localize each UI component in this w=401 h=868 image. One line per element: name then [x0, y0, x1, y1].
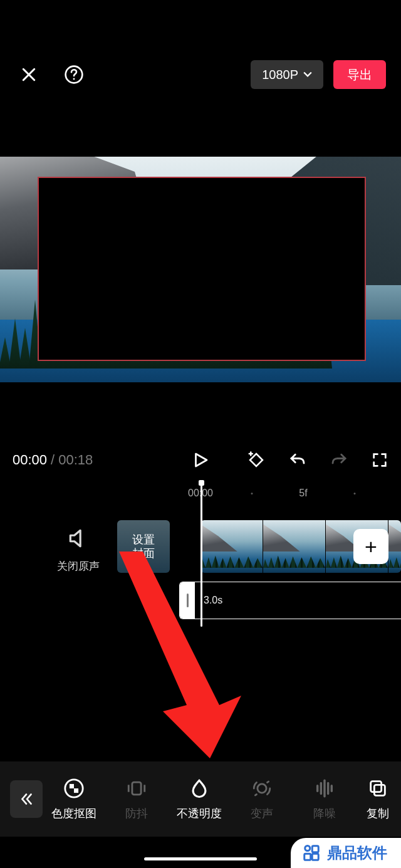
header-left	[15, 61, 88, 88]
tool-label: 防抖	[125, 806, 148, 821]
noise-reduction-icon	[314, 778, 335, 799]
close-icon	[19, 65, 38, 84]
watermark-text: 鼎品软件	[327, 843, 387, 863]
collapse-toolbar-button[interactable]	[10, 780, 43, 818]
svg-point-3	[73, 78, 75, 80]
time-display: 00:00 / 00:18	[13, 452, 93, 468]
top-header: 1080P 导出	[0, 60, 401, 90]
clip-thumbnail	[263, 520, 326, 573]
svg-rect-9	[74, 788, 78, 793]
fullscreen-icon	[371, 451, 388, 469]
resolution-label: 1080P	[262, 68, 298, 82]
mute-audio-button[interactable]: 关闭原声	[50, 526, 107, 573]
copy-icon	[367, 778, 388, 799]
svg-rect-24	[312, 854, 318, 860]
bottom-toolbar: 色度抠图 防抖 不透明度 变声 降噪 复制	[0, 761, 401, 837]
redo-icon	[330, 451, 348, 469]
playback-bar: 00:00 / 00:18	[0, 446, 401, 474]
svg-rect-20	[374, 785, 385, 795]
tool-label: 复制	[367, 806, 389, 821]
redo-button[interactable]	[330, 451, 348, 469]
svg-rect-23	[305, 854, 311, 860]
header-right: 1080P 导出	[251, 60, 386, 89]
tool-voice-change[interactable]: 变声	[231, 777, 293, 821]
tool-chroma-key[interactable]: 色度抠图	[43, 777, 105, 821]
play-icon	[191, 449, 210, 471]
tool-label: 不透明度	[177, 806, 222, 821]
watermark-logo-icon	[302, 844, 321, 862]
svg-rect-10	[132, 782, 141, 795]
keyframe-button[interactable]	[247, 451, 266, 469]
playback-controls-right	[247, 451, 388, 469]
time-separator: /	[51, 452, 55, 468]
current-time: 00:00	[13, 452, 47, 468]
tool-stabilize[interactable]: 防抖	[105, 777, 168, 821]
ruler-tick: 5f	[299, 488, 307, 499]
chevron-down-icon	[303, 71, 312, 78]
keyframe-icon	[247, 451, 266, 469]
clip-trim-handle[interactable]	[180, 582, 195, 619]
clip-thumbnail	[200, 520, 263, 573]
play-button[interactable]	[187, 446, 214, 474]
voice-change-icon	[251, 778, 273, 799]
plus-icon: +	[365, 535, 377, 559]
watermark: 鼎品软件	[291, 838, 401, 868]
speaker-icon	[66, 526, 90, 550]
overlay-clip[interactable]: 3.0s	[179, 582, 401, 619]
resolution-button[interactable]: 1080P	[251, 60, 323, 89]
playhead[interactable]	[200, 483, 202, 627]
total-time: 00:18	[58, 452, 93, 468]
tool-strip: 色度抠图 防抖 不透明度 变声 降噪 复制	[43, 777, 401, 821]
set-cover-button[interactable]: 设置 封面	[117, 520, 170, 573]
clip-duration: 3.0s	[204, 595, 222, 606]
tool-noise-reduction[interactable]: 降噪	[293, 777, 356, 821]
svg-point-13	[258, 784, 266, 793]
export-button[interactable]: 导出	[333, 60, 386, 89]
tool-label: 降噪	[313, 806, 336, 821]
chroma-key-icon	[63, 778, 85, 799]
close-button[interactable]	[15, 61, 43, 88]
tool-label: 色度抠图	[51, 806, 96, 821]
stabilize-icon	[126, 778, 147, 799]
undo-button[interactable]	[288, 451, 307, 469]
svg-rect-22	[312, 846, 318, 852]
ruler-dot	[354, 493, 356, 494]
fullscreen-button[interactable]	[371, 451, 388, 469]
tool-copy[interactable]: 复制	[356, 777, 400, 821]
tool-opacity[interactable]: 不透明度	[168, 777, 231, 821]
add-clip-button[interactable]: +	[353, 529, 388, 564]
home-indicator	[144, 857, 257, 860]
svg-point-21	[305, 846, 310, 851]
cover-label: 设置 封面	[132, 533, 155, 561]
tool-label: 变声	[251, 806, 273, 821]
undo-icon	[288, 451, 307, 469]
svg-rect-19	[371, 782, 382, 792]
chevrons-left-icon	[18, 791, 34, 807]
mute-label: 关闭原声	[50, 559, 107, 573]
opacity-icon	[189, 778, 210, 799]
svg-rect-8	[70, 784, 74, 788]
timeline[interactable]: 关闭原声 设置 封面 + 3.0s	[0, 508, 401, 633]
overlay-clip-frame[interactable]	[38, 177, 366, 361]
ruler-dot	[251, 493, 253, 494]
video-preview[interactable]	[0, 157, 401, 382]
clip-thumbnail	[388, 520, 401, 573]
help-icon	[64, 65, 84, 85]
help-button[interactable]	[60, 61, 88, 88]
export-label: 导出	[347, 66, 372, 83]
